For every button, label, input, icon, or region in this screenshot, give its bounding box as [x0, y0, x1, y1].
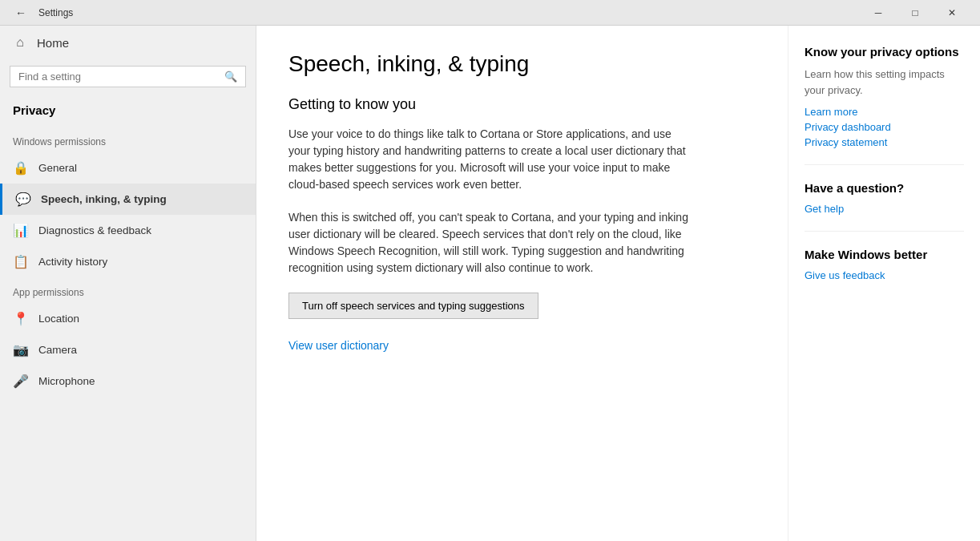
know-privacy-title: Know your privacy options [805, 45, 964, 59]
divider-1 [805, 164, 964, 165]
back-button[interactable]: ← [10, 2, 32, 24]
get-help-link[interactable]: Get help [805, 203, 964, 215]
camera-icon: 📷 [13, 342, 27, 357]
divider-2 [805, 231, 964, 232]
maximize-button[interactable]: □ [897, 0, 934, 26]
make-better-title: Make Windows better [805, 248, 964, 261]
main-panel: Speech, inking, & typing Getting to know… [256, 26, 788, 541]
sidebar-item-label: Camera [38, 344, 77, 356]
sidebar-item-home[interactable]: ⌂ Home [0, 26, 256, 59]
privacy-statement-link[interactable]: Privacy statement [805, 136, 964, 148]
minimize-button[interactable]: ─ [860, 0, 897, 26]
diagnostics-icon: 📊 [13, 223, 27, 238]
search-input[interactable] [18, 71, 218, 83]
sidebar-item-label: Activity history [38, 256, 107, 268]
search-box: 🔍 [10, 66, 246, 87]
sidebar-item-label: Speech, inking, & typing [41, 193, 167, 205]
home-label: Home [37, 36, 69, 50]
app-container: ⌂ Home 🔍 Privacy Windows permissions 🔒 G… [0, 26, 980, 541]
sidebar-item-label: Diagnostics & feedback [38, 224, 151, 236]
know-privacy-text: Learn how this setting impacts your priv… [805, 67, 964, 98]
window-controls: ─ □ ✕ [860, 0, 970, 26]
sidebar-item-general[interactable]: 🔒 General [0, 152, 256, 184]
learn-more-link[interactable]: Learn more [805, 106, 964, 118]
question-title: Have a question? [805, 181, 964, 195]
sidebar: ⌂ Home 🔍 Privacy Windows permissions 🔒 G… [0, 26, 256, 541]
sidebar-item-activity[interactable]: 📋 Activity history [0, 246, 256, 277]
microphone-icon: 🎤 [13, 373, 27, 389]
turn-off-button[interactable]: Turn off speech services and typing sugg… [288, 293, 538, 319]
search-icon: 🔍 [224, 71, 237, 83]
activity-icon: 📋 [13, 254, 27, 269]
paragraph-1: Use your voice to do things like talk to… [288, 126, 689, 193]
view-user-dictionary-link[interactable]: View user dictionary [288, 339, 389, 352]
sidebar-item-microphone[interactable]: 🎤 Microphone [0, 365, 256, 397]
sidebar-item-location[interactable]: 📍 Location [0, 303, 256, 334]
sidebar-item-label: Microphone [38, 375, 95, 387]
windows-permissions-label: Windows permissions [0, 127, 256, 152]
window-title: Settings [38, 7, 860, 18]
active-section-label: Privacy [0, 97, 256, 127]
close-button[interactable]: ✕ [934, 0, 970, 26]
sidebar-item-diagnostics[interactable]: 📊 Diagnostics & feedback [0, 215, 256, 246]
app-permissions-label: App permissions [0, 277, 256, 303]
privacy-dashboard-link[interactable]: Privacy dashboard [805, 121, 964, 133]
titlebar: ← Settings ─ □ ✕ [0, 0, 980, 26]
speech-icon: 💬 [15, 192, 30, 207]
lock-icon: 🔒 [13, 160, 27, 176]
sidebar-item-camera[interactable]: 📷 Camera [0, 334, 256, 365]
section-title: Getting to know you [288, 96, 756, 113]
give-feedback-link[interactable]: Give us feedback [805, 269, 964, 281]
location-icon: 📍 [13, 311, 27, 326]
sidebar-item-speech[interactable]: 💬 Speech, inking, & typing [0, 184, 256, 215]
home-icon: ⌂ [13, 35, 27, 50]
paragraph-2: When this is switched off, you can't spe… [288, 209, 689, 277]
right-panel: Know your privacy options Learn how this… [788, 26, 980, 541]
sidebar-item-label: General [38, 162, 77, 174]
page-title: Speech, inking, & typing [288, 51, 756, 77]
sidebar-item-label: Location [38, 313, 79, 325]
